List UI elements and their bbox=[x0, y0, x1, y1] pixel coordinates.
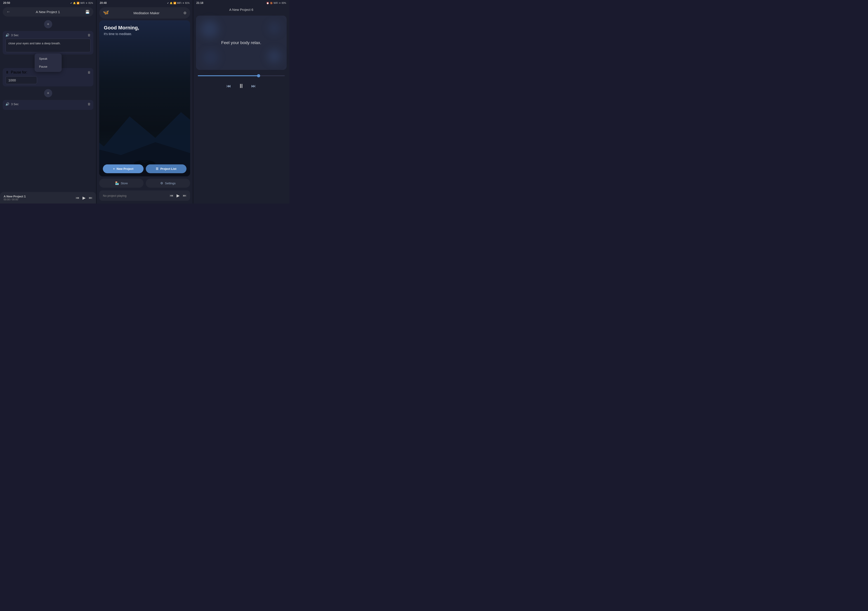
back-button[interactable]: ← bbox=[6, 9, 11, 14]
delete-block-1-button[interactable]: 🗑 bbox=[87, 33, 91, 37]
new-project-button[interactable]: + New Project bbox=[103, 164, 144, 173]
delete-block-3-button[interactable]: 🗑 bbox=[87, 102, 91, 106]
wifi-icon: WiFi bbox=[80, 2, 85, 4]
now-playing-card: Feel your body relax. bbox=[196, 16, 287, 70]
project-title: A New Project 1 bbox=[36, 10, 60, 14]
pause-option[interactable]: Pause bbox=[34, 63, 62, 71]
new-project-label: New Project bbox=[117, 167, 133, 171]
player-controls-2: ⏮ ▶ ⏭ bbox=[170, 193, 186, 198]
block-3-header: 🔊 3 Sec 🗑 bbox=[5, 102, 91, 106]
status-time-2: 20:48 bbox=[100, 2, 107, 5]
plus-icon-3: + bbox=[47, 91, 49, 96]
add-block-area-3: + Speak Pause bbox=[0, 87, 96, 99]
battery-2: 81% bbox=[185, 2, 190, 4]
mini-player-2: No project playing ⏮ ▶ ⏭ bbox=[99, 191, 190, 201]
checkmark-icon: ✔ bbox=[70, 2, 72, 4]
skip-back-button-1[interactable]: ⏮ bbox=[76, 196, 79, 200]
app-logo: 🦋 bbox=[103, 9, 110, 16]
status-time-1: 20:50 bbox=[3, 2, 10, 5]
block-1-type: 🔊 3 Sec bbox=[5, 33, 19, 37]
save-button[interactable]: 💾 bbox=[85, 10, 90, 14]
now-playing-text: Feel your body relax. bbox=[221, 40, 261, 45]
blur-circle-1 bbox=[200, 20, 219, 38]
bell-icon: 🔔 bbox=[73, 2, 76, 4]
battery-1: 81% bbox=[88, 2, 93, 4]
meditation-top-bar: 🦋 Meditation Maker ⚙ bbox=[99, 7, 190, 19]
hero-text: Good Morning, It's time to meditate. bbox=[104, 25, 139, 36]
now-playing-controls: ⏮ ⏸ ⏭ bbox=[193, 82, 289, 90]
progress-area bbox=[198, 75, 285, 76]
wifi-icon-3: WiFi bbox=[273, 2, 278, 4]
pause-icon: ⏸ bbox=[5, 70, 9, 74]
speak-block-2: 🔊 3 Sec 🗑 bbox=[3, 100, 93, 110]
speaker-icon-1: 🔊 bbox=[5, 33, 9, 37]
checkmark-icon-2: ✔ bbox=[167, 2, 169, 4]
settings-button[interactable]: ⚙ Settings bbox=[146, 178, 190, 188]
mute-icon: 🔕 bbox=[270, 2, 273, 4]
status-icons-3: ⏰ 🔕 WiFi ✈ 83% bbox=[266, 2, 286, 4]
progress-thumb[interactable] bbox=[257, 74, 260, 78]
block-1-header: 🔊 3 Sec 🗑 bbox=[5, 33, 91, 37]
play-button-1[interactable]: ▶ bbox=[82, 195, 86, 200]
panel-now-playing: 21:18 ⏰ 🔕 WiFi ✈ 83% A New Project 6 Fee… bbox=[193, 0, 289, 203]
speak-option[interactable]: Speak bbox=[34, 55, 62, 63]
blur-circle-4 bbox=[203, 50, 219, 65]
new-project-icon: + bbox=[113, 167, 115, 171]
alarm-icon: ⏰ bbox=[266, 2, 269, 4]
bell-icon-2: 🔔 bbox=[170, 2, 172, 4]
app-title: Meditation Maker bbox=[133, 11, 160, 15]
player-time: 00:00 / 00:00 bbox=[4, 198, 73, 201]
panel-project-editor: 20:50 ✔ 🔔 📶 WiFi ✈ 81% ← A New Project 1… bbox=[0, 0, 96, 203]
status-icons-1: ✔ 🔔 📶 WiFi ✈ 81% bbox=[70, 2, 93, 4]
add-type-popup: Speak Pause bbox=[34, 53, 62, 72]
status-icons-2: ✔ 🔔 📶 WiFi ✈ 81% bbox=[167, 2, 190, 4]
pause-button-3[interactable]: ⏸ bbox=[238, 82, 244, 90]
status-bar-1: 20:50 ✔ 🔔 📶 WiFi ✈ 81% bbox=[0, 0, 96, 5]
skip-back-button-3[interactable]: ⏮ bbox=[226, 84, 231, 88]
blur-circle-3 bbox=[268, 22, 280, 34]
skip-back-button-2[interactable]: ⏮ bbox=[170, 194, 174, 198]
settings-label: Settings bbox=[165, 181, 176, 185]
delete-pause-button[interactable]: 🗑 bbox=[87, 71, 91, 74]
hero-greeting: Good Morning, bbox=[104, 25, 139, 31]
add-block-button-3[interactable]: + bbox=[44, 89, 52, 97]
settings-gear-button[interactable]: ⚙ bbox=[183, 11, 186, 15]
player-project-name: A New Project 1 bbox=[4, 195, 73, 198]
bottom-navigation: 🏪 Store ⚙ Settings bbox=[96, 176, 192, 191]
skip-fwd-button-1[interactable]: ⏭ bbox=[89, 196, 93, 200]
no-project-label: No project playing bbox=[103, 194, 167, 197]
player-controls-1: ⏮ ▶ ⏭ bbox=[76, 195, 93, 200]
speaker-icon-2: 🔊 bbox=[5, 102, 9, 106]
store-button[interactable]: 🏪 Store bbox=[99, 178, 144, 188]
play-button-2[interactable]: ▶ bbox=[177, 193, 180, 198]
block-3-duration: 3 Sec bbox=[11, 102, 19, 106]
progress-track[interactable] bbox=[198, 75, 285, 76]
add-block-button-1[interactable]: + bbox=[44, 20, 52, 28]
store-label: Store bbox=[121, 181, 128, 185]
hero-subtitle: It's time to meditate. bbox=[104, 32, 139, 36]
pause-label: Pause for: bbox=[11, 70, 27, 74]
project-list-button[interactable]: ☰ Project List bbox=[146, 164, 186, 173]
block-1-duration: 3 Sec bbox=[11, 34, 19, 37]
wifi-icon-2: WiFi bbox=[177, 2, 181, 4]
svg-point-4 bbox=[140, 150, 149, 158]
battery-3: 83% bbox=[282, 2, 286, 4]
skip-fwd-button-2[interactable]: ⏭ bbox=[183, 194, 186, 198]
block-3-type: 🔊 3 Sec bbox=[5, 102, 19, 106]
skip-fwd-button-3[interactable]: ⏭ bbox=[251, 84, 256, 88]
plus-icon-1: + bbox=[47, 22, 49, 27]
project-list-icon: ☰ bbox=[156, 167, 158, 171]
pause-value[interactable]: 1000 bbox=[5, 76, 37, 84]
project-list-label: Project List bbox=[160, 167, 176, 171]
project-editor-top-bar: ← A New Project 1 💾 bbox=[3, 7, 93, 17]
settings-icon: ⚙ bbox=[160, 181, 163, 185]
status-bar-3: 21:18 ⏰ 🔕 WiFi ✈ 83% bbox=[193, 0, 289, 5]
panel-meditation-home: 20:48 ✔ 🔔 📶 WiFi ✈ 81% 🦋 Meditation Make… bbox=[96, 0, 192, 203]
pause-type-label: ⏸ Pause for: bbox=[5, 70, 27, 74]
signal-icon: 📶 bbox=[77, 2, 79, 4]
player-project-info: A New Project 1 00:00 / 00:00 bbox=[4, 195, 73, 201]
block-1-text[interactable]: close your eyes and take a deep breath. bbox=[5, 39, 91, 52]
status-time-3: 21:18 bbox=[197, 2, 203, 5]
status-bar-2: 20:48 ✔ 🔔 📶 WiFi ✈ 81% bbox=[96, 0, 192, 5]
airplane-icon-2: ✈ bbox=[183, 2, 184, 4]
